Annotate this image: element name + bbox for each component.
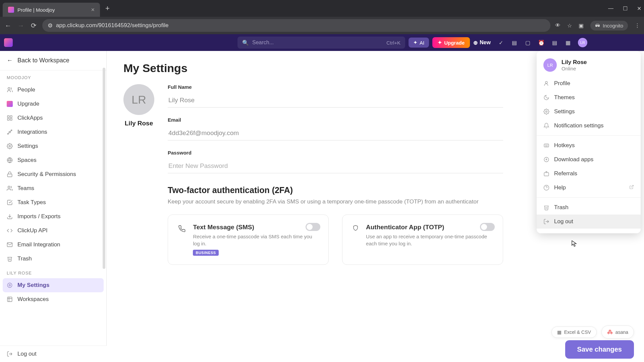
back-icon[interactable]: ← bbox=[4, 22, 12, 29]
user-menu-item-label: Log out bbox=[554, 218, 573, 225]
video-icon[interactable]: ▢ bbox=[524, 39, 532, 46]
app-logo-icon[interactable] bbox=[4, 38, 13, 47]
incognito-badge[interactable]: 🕶 Incognito bbox=[590, 21, 628, 31]
sidebar-item-email[interactable]: Email Integration bbox=[0, 238, 106, 252]
twofa-description: Keep your account secure by enabling 2FA… bbox=[168, 198, 503, 205]
svg-rect-4 bbox=[10, 119, 12, 120]
sidebar-item-trash[interactable]: Trash bbox=[0, 252, 106, 266]
sidebar-item-label: Settings bbox=[17, 143, 38, 149]
back-label: Back to Workspace bbox=[17, 57, 69, 64]
doc-icon[interactable]: ▤ bbox=[551, 39, 558, 46]
user-menu-item-label: Themes bbox=[554, 94, 575, 101]
sidebar-item-my-settings[interactable]: My Settings bbox=[3, 278, 104, 292]
close-tab-icon[interactable]: × bbox=[91, 6, 95, 13]
new-tab-button[interactable]: + bbox=[105, 4, 110, 13]
reload-icon[interactable]: ⟳ bbox=[30, 21, 38, 29]
site-settings-icon[interactable]: ⚙ bbox=[48, 22, 53, 29]
sidebar: ← Back to Workspace MOODJOY PeopleUpgrad… bbox=[0, 51, 107, 362]
totp-toggle[interactable] bbox=[480, 223, 495, 231]
imports-icon bbox=[7, 214, 13, 220]
user-menu-item-help[interactable]: Help bbox=[537, 181, 641, 195]
eye-off-icon[interactable]: 👁 bbox=[555, 22, 560, 28]
sidebar-item-label: People bbox=[17, 86, 35, 93]
sidebar-item-upgrade[interactable]: Upgrade bbox=[0, 97, 106, 111]
user-avatar[interactable]: LR bbox=[578, 38, 587, 47]
main-content: My Settings LR Lily Rose Full Name Email… bbox=[107, 51, 644, 362]
themes-icon bbox=[543, 95, 549, 101]
sms-toggle[interactable] bbox=[306, 223, 320, 231]
settings-icon bbox=[7, 143, 13, 149]
sidebar-item-label: ClickUp API bbox=[17, 227, 48, 234]
forward-icon[interactable]: → bbox=[17, 22, 25, 29]
app-topbar: 🔍 Search... Ctrl+K ✦ AI ✦ Upgrade ⊕ New … bbox=[0, 34, 644, 51]
notepad-icon[interactable]: ▤ bbox=[511, 39, 518, 46]
maximize-icon[interactable]: ☐ bbox=[623, 5, 628, 12]
email-input[interactable] bbox=[168, 126, 503, 140]
svg-rect-18 bbox=[544, 144, 549, 147]
plus-circle-icon: ⊕ bbox=[473, 40, 478, 46]
sidebar-item-settings[interactable]: Settings bbox=[0, 139, 106, 153]
sidebar-item-integrations[interactable]: Integrations bbox=[0, 125, 106, 139]
user-menu: LR Lily Rose Online ProfileThemesSetting… bbox=[537, 51, 641, 233]
upgrade-label: Upgrade bbox=[444, 40, 465, 46]
sidebar-item-task-types[interactable]: Task Types bbox=[0, 195, 106, 209]
totp-description: Use an app to receive a temporary one-ti… bbox=[366, 233, 493, 247]
ai-label: AI bbox=[420, 40, 424, 46]
sidebar-item-workspaces[interactable]: Workspaces bbox=[0, 292, 106, 306]
minimize-icon[interactable]: — bbox=[608, 5, 613, 12]
search-input[interactable]: 🔍 Search... Ctrl+K bbox=[237, 37, 405, 49]
ai-button[interactable]: ✦ AI bbox=[409, 38, 429, 48]
profile-avatar[interactable]: LR bbox=[123, 84, 154, 115]
url-field[interactable]: ⚙ app.clickup.com/9016164592/settings/pr… bbox=[42, 19, 550, 32]
alarm-icon[interactable]: ⏰ bbox=[538, 39, 545, 46]
svg-rect-10 bbox=[7, 174, 12, 177]
user-menu-item-download[interactable]: Download apps bbox=[537, 153, 641, 167]
profile-icon bbox=[543, 80, 549, 86]
sidebar-item-teams[interactable]: Teams bbox=[0, 181, 106, 195]
user-menu-item-label: Profile bbox=[554, 80, 570, 87]
user-menu-item-label: Referrals bbox=[554, 170, 577, 177]
scrollbar[interactable] bbox=[103, 68, 105, 269]
panel-icon[interactable]: ▣ bbox=[579, 22, 584, 29]
shield-icon bbox=[353, 225, 359, 233]
user-menu-item-trash[interactable]: Trash bbox=[537, 200, 641, 215]
svg-point-8 bbox=[9, 145, 11, 147]
svg-point-16 bbox=[545, 81, 547, 83]
integrations-icon bbox=[7, 129, 13, 135]
back-to-workspace[interactable]: ← Back to Workspace bbox=[0, 51, 106, 70]
apps-grid-icon[interactable]: ▦ bbox=[565, 39, 572, 46]
sidebar-item-people[interactable]: People bbox=[0, 83, 106, 97]
sidebar-item-api[interactable]: ClickUp API bbox=[0, 224, 106, 238]
user-menu-header: LR Lily Rose Online bbox=[537, 56, 641, 76]
upgrade-button[interactable]: ✦ Upgrade bbox=[432, 37, 470, 48]
user-menu-item-logout[interactable]: Log out bbox=[537, 215, 641, 229]
sidebar-item-spaces[interactable]: Spaces bbox=[0, 153, 106, 167]
close-window-icon[interactable]: ✕ bbox=[637, 5, 641, 12]
bookmark-icon[interactable]: ☆ bbox=[567, 22, 572, 29]
user-menu-item-hotkeys[interactable]: Hotkeys bbox=[537, 138, 641, 153]
sidebar-item-imports[interactable]: Imports / Exports bbox=[0, 209, 106, 224]
user-menu-item-notifications[interactable]: Notification settings bbox=[537, 119, 641, 133]
user-menu-item-settings[interactable]: Settings bbox=[537, 105, 641, 119]
browser-tab[interactable]: Profile | Moodjoy × bbox=[3, 3, 100, 17]
excel-csv-pill[interactable]: ▦ Excel & CSV bbox=[551, 326, 597, 338]
user-menu-item-referrals[interactable]: Referrals bbox=[537, 167, 641, 181]
new-button[interactable]: ⊕ New bbox=[473, 40, 491, 46]
save-changes-button[interactable]: Save changes bbox=[565, 340, 634, 359]
user-menu-name: Lily Rose bbox=[561, 59, 587, 66]
svg-rect-1 bbox=[7, 116, 9, 117]
asana-pill[interactable]: ⁂ asana bbox=[601, 325, 634, 339]
sidebar-item-clickapps[interactable]: ClickApps bbox=[0, 111, 106, 125]
logout-icon bbox=[543, 219, 549, 225]
sidebar-logout[interactable]: Log out bbox=[0, 346, 107, 362]
svg-point-17 bbox=[546, 111, 547, 113]
browser-menu-icon[interactable]: ⋮ bbox=[635, 22, 640, 29]
user-menu-item-profile[interactable]: Profile bbox=[537, 76, 641, 90]
password-input[interactable] bbox=[168, 159, 503, 173]
check-circle-icon[interactable]: ✓ bbox=[497, 39, 505, 46]
window-controls: — ☐ ✕ bbox=[608, 5, 641, 12]
user-menu-item-themes[interactable]: Themes bbox=[537, 90, 641, 105]
security-icon bbox=[7, 171, 13, 177]
fullname-input[interactable] bbox=[168, 93, 503, 108]
sidebar-item-security[interactable]: Security & Permissions bbox=[0, 167, 106, 181]
